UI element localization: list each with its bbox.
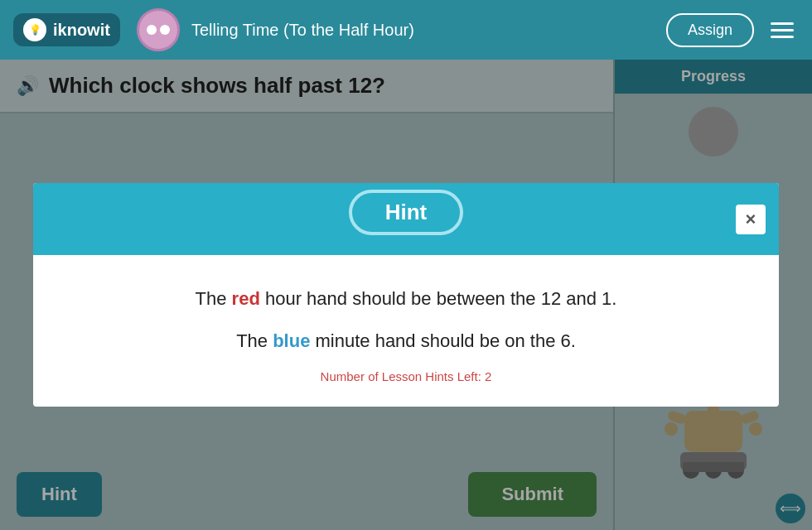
modal-title: Hint xyxy=(349,190,464,235)
hint-line1-red: red xyxy=(232,288,260,309)
header: 💡 iknowit Telling Time (To the Half Hour… xyxy=(0,0,812,60)
logo-icon: 💡 xyxy=(23,18,46,41)
svg-point-0 xyxy=(147,25,157,35)
hamburger-line xyxy=(771,36,794,38)
hint-modal: Hint × The red hour hand should be betwe… xyxy=(33,183,779,407)
menu-button[interactable] xyxy=(766,17,799,43)
hint-line2-blue: blue xyxy=(273,330,310,351)
hamburger-line xyxy=(771,22,794,25)
main-area: 🔊 Which clock shows half past 12? Hint S… xyxy=(0,60,812,530)
hint-line1-prefix: The xyxy=(196,288,232,309)
hamburger-line xyxy=(771,29,794,31)
hint-line-1: The red hour hand should be between the … xyxy=(66,285,746,312)
svg-point-1 xyxy=(160,25,170,35)
modal-close-button[interactable]: × xyxy=(736,205,766,234)
hint-line2-suffix: minute hand should be on the 6. xyxy=(310,330,575,351)
hint-line-2: The blue minute hand should be on the 6. xyxy=(66,327,746,354)
modal-header: Hint × xyxy=(33,183,779,255)
modal-body: The red hour hand should be between the … xyxy=(33,255,779,407)
hint-line2-prefix: The xyxy=(236,330,273,351)
lesson-title: Telling Time (To the Half Hour) xyxy=(191,21,666,40)
hint-line1-suffix: hour hand should be between the 12 and 1… xyxy=(260,288,617,309)
assign-button[interactable]: Assign xyxy=(666,13,754,47)
avatar xyxy=(137,8,180,51)
logo-text: iknowit xyxy=(53,21,110,40)
hints-left-text: Number of Lesson Hints Left: 2 xyxy=(66,369,746,383)
logo: 💡 iknowit xyxy=(13,13,120,46)
